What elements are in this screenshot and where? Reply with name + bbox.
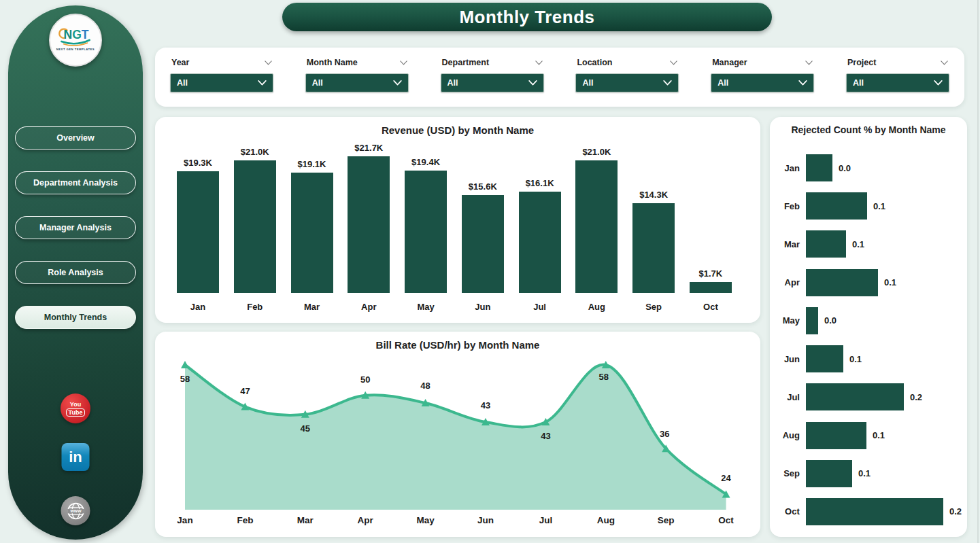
rejected-row-jul: Jul0.2 <box>778 380 962 414</box>
revenue-x-axis: JanFebMarAprMayJunJulAugSepOct <box>177 302 732 312</box>
filter-header[interactable]: Department <box>441 56 544 67</box>
filter-dropdown-manager[interactable]: All <box>711 73 814 92</box>
rejected-row-mar: Mar0.1 <box>778 227 962 261</box>
revenue-bar-may[interactable]: $19.4K <box>405 157 447 293</box>
revenue-bar-jun[interactable]: $15.6K <box>462 181 504 293</box>
svg-text:NEXT GEN TEMPLATES: NEXT GEN TEMPLATES <box>56 48 95 51</box>
revenue-bar-mar[interactable]: $19.1K <box>291 159 333 293</box>
billrate-chart-card: Bill Rate (USD/hr) by Month Name 58Jan47… <box>155 332 760 537</box>
revenue-bar-feb[interactable]: $21.0K <box>234 147 276 293</box>
chevron-down-icon <box>258 80 267 86</box>
youtube-icon[interactable]: You Tube <box>61 393 90 423</box>
sidebar-item-department-analysis[interactable]: Department Analysis <box>15 171 136 194</box>
filter-selected-value: All <box>312 78 323 88</box>
y-axis-label: Apr <box>778 277 800 287</box>
x-axis-label: Oct <box>718 515 734 525</box>
bar[interactable] <box>806 460 852 487</box>
rejected-chart: Jan0.0Feb0.1Mar0.1Apr0.1May0.0Jun0.1Jul0… <box>778 151 962 529</box>
filter-group-month-name: Month NameAll <box>305 56 409 107</box>
bar-value-label: $21.7K <box>354 143 383 153</box>
revenue-bar-sep[interactable]: $14.3K <box>632 190 675 293</box>
sidebar-item-role-analysis[interactable]: Role Analysis <box>15 261 136 284</box>
filter-header[interactable]: Year <box>170 56 273 67</box>
filter-header[interactable]: Month Name <box>305 56 409 67</box>
sidebar-item-monthly-trends[interactable]: Monthly Trends <box>15 306 136 329</box>
website-globe-icon[interactable]: www <box>61 496 90 525</box>
y-axis-label: Jun <box>778 354 800 364</box>
ngt-logo[interactable]: NGT NEXT GEN TEMPLATES <box>49 14 102 67</box>
filter-dropdown-department[interactable]: All <box>441 73 544 92</box>
revenue-chart-card: Revenue (USD) by Month Name $19.3K$21.0K… <box>155 117 760 323</box>
bar[interactable] <box>806 422 866 449</box>
filter-header[interactable]: Manager <box>711 56 814 67</box>
bar[interactable] <box>348 156 390 293</box>
bar[interactable] <box>405 171 447 293</box>
bar[interactable] <box>806 230 846 258</box>
bar[interactable] <box>291 173 333 293</box>
bar[interactable] <box>462 195 504 293</box>
bar[interactable] <box>806 345 843 372</box>
bar-value-label: 0.1 <box>884 277 896 287</box>
sidebar-item-overview[interactable]: Overview <box>15 126 136 150</box>
bar-value-label: 0.0 <box>824 315 837 326</box>
rejected-row-sep: Sep0.1 <box>778 457 962 491</box>
chevron-down-icon <box>265 60 272 65</box>
bar[interactable] <box>234 160 276 293</box>
billrate-chart: 58Jan47Feb45Mar50Apr48May43Jun43Jul58Aug… <box>155 352 760 537</box>
bar[interactable] <box>519 192 561 293</box>
bar[interactable] <box>806 269 878 296</box>
area-point-jan[interactable] <box>181 361 189 368</box>
bar-value-label: $21.0K <box>241 147 269 157</box>
chevron-down-icon <box>805 60 813 65</box>
bar[interactable] <box>690 282 732 293</box>
filter-header[interactable]: Project <box>846 56 949 67</box>
bar[interactable] <box>632 203 675 293</box>
filter-selected-value: All <box>582 78 593 88</box>
revenue-bar-oct[interactable]: $1.7K <box>690 268 732 293</box>
rejected-row-jan: Jan0.0 <box>778 151 962 185</box>
revenue-bar-jan[interactable]: $19.3K <box>177 158 219 293</box>
x-axis-label: Mar <box>297 515 314 525</box>
revenue-bar-jul[interactable]: $16.1K <box>519 178 561 293</box>
revenue-chart-title: Revenue (USD) by Month Name <box>155 124 760 136</box>
x-axis-label: Feb <box>234 302 276 312</box>
y-axis-label: Mar <box>778 239 800 249</box>
right-edge-divider <box>977 0 979 543</box>
filter-dropdown-year[interactable]: All <box>170 73 273 92</box>
bar-value-label: 0.2 <box>949 506 962 516</box>
bar-value-label: 0.1 <box>873 201 885 211</box>
filter-label: Year <box>171 58 189 67</box>
point-value-label: 58 <box>180 374 190 384</box>
bar-value-label: $19.4K <box>411 157 440 167</box>
chevron-down-icon <box>941 60 948 65</box>
bar[interactable] <box>806 192 867 220</box>
sidebar: NGT NEXT GEN TEMPLATES OverviewDepartmen… <box>8 5 143 540</box>
revenue-bar-apr[interactable]: $21.7K <box>348 143 390 293</box>
bar-value-label: 0.1 <box>873 430 885 440</box>
x-axis-label: Jun <box>477 515 494 525</box>
bar[interactable] <box>806 154 832 181</box>
sidebar-item-manager-analysis[interactable]: Manager Analysis <box>15 216 136 239</box>
filter-selected-value: All <box>177 78 188 88</box>
bar[interactable] <box>575 160 618 293</box>
filter-dropdown-project[interactable]: All <box>846 73 949 92</box>
point-value-label: 24 <box>721 473 731 483</box>
revenue-bar-aug[interactable]: $21.0K <box>575 147 618 293</box>
x-axis-label: Mar <box>291 302 333 312</box>
bar[interactable] <box>806 383 904 410</box>
chevron-down-icon <box>798 80 807 86</box>
filter-dropdown-location[interactable]: All <box>575 73 679 92</box>
point-value-label: 58 <box>599 372 609 382</box>
bar-value-label: $19.1K <box>298 159 326 169</box>
bar-value-label: $21.0K <box>582 147 611 157</box>
bar[interactable] <box>806 498 943 525</box>
filter-dropdown-month-name[interactable]: All <box>305 73 409 92</box>
rejected-row-aug: Aug0.1 <box>778 419 962 453</box>
filter-label: Department <box>442 58 489 67</box>
linkedin-icon[interactable]: in <box>62 443 90 471</box>
bar[interactable] <box>177 171 219 293</box>
y-axis-label: Sep <box>778 468 800 478</box>
bar[interactable] <box>806 307 818 334</box>
filter-group-year: YearAll <box>170 56 273 107</box>
filter-header[interactable]: Location <box>575 56 679 67</box>
